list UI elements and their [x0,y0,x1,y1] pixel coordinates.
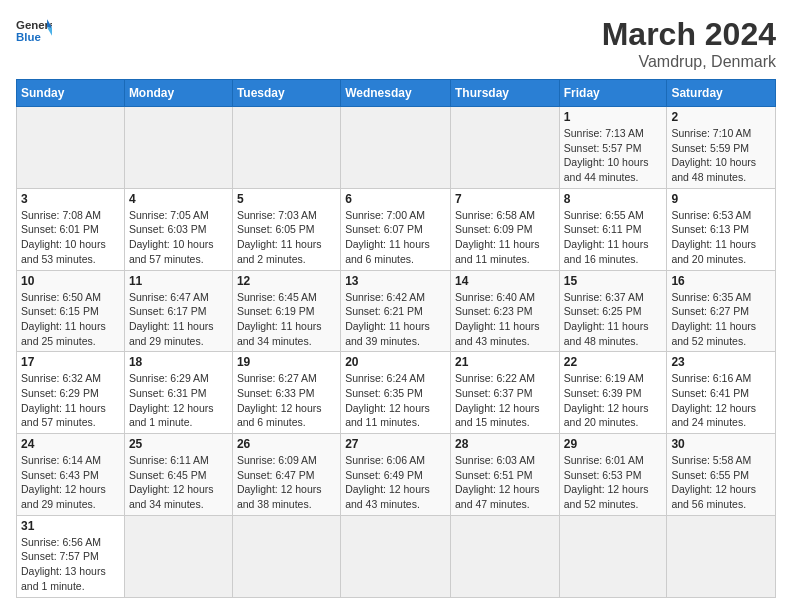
day-number: 3 [21,192,120,206]
day-info: Sunrise: 6:06 AM Sunset: 6:49 PM Dayligh… [345,453,446,512]
table-row: 12Sunrise: 6:45 AM Sunset: 6:19 PM Dayli… [232,270,340,352]
day-number: 13 [345,274,446,288]
day-number: 15 [564,274,663,288]
table-row: 22Sunrise: 6:19 AM Sunset: 6:39 PM Dayli… [559,352,667,434]
table-row: 10Sunrise: 6:50 AM Sunset: 6:15 PM Dayli… [17,270,125,352]
day-number: 7 [455,192,555,206]
table-row [559,515,667,597]
page-header: General Blue March 2024 Vamdrup, Denmark [16,16,776,71]
day-info: Sunrise: 6:22 AM Sunset: 6:37 PM Dayligh… [455,371,555,430]
col-sunday: Sunday [17,80,125,107]
table-row: 8Sunrise: 6:55 AM Sunset: 6:11 PM Daylig… [559,188,667,270]
table-row [341,515,451,597]
col-thursday: Thursday [450,80,559,107]
day-info: Sunrise: 6:01 AM Sunset: 6:53 PM Dayligh… [564,453,663,512]
table-row: 4Sunrise: 7:05 AM Sunset: 6:03 PM Daylig… [124,188,232,270]
day-number: 19 [237,355,336,369]
day-number: 8 [564,192,663,206]
table-row: 15Sunrise: 6:37 AM Sunset: 6:25 PM Dayli… [559,270,667,352]
day-info: Sunrise: 6:03 AM Sunset: 6:51 PM Dayligh… [455,453,555,512]
table-row [232,515,340,597]
table-row [17,107,125,189]
day-number: 18 [129,355,228,369]
calendar-table: Sunday Monday Tuesday Wednesday Thursday… [16,79,776,598]
day-info: Sunrise: 7:08 AM Sunset: 6:01 PM Dayligh… [21,208,120,267]
day-info: Sunrise: 6:45 AM Sunset: 6:19 PM Dayligh… [237,290,336,349]
page-subtitle: Vamdrup, Denmark [602,53,776,71]
page-title: March 2024 [602,16,776,53]
day-info: Sunrise: 6:53 AM Sunset: 6:13 PM Dayligh… [671,208,771,267]
day-number: 16 [671,274,771,288]
logo-icon: General Blue [16,16,52,44]
day-number: 28 [455,437,555,451]
table-row: 11Sunrise: 6:47 AM Sunset: 6:17 PM Dayli… [124,270,232,352]
day-number: 14 [455,274,555,288]
table-row: 18Sunrise: 6:29 AM Sunset: 6:31 PM Dayli… [124,352,232,434]
svg-text:General: General [16,19,52,31]
table-row: 30Sunrise: 5:58 AM Sunset: 6:55 PM Dayli… [667,434,776,516]
day-number: 31 [21,519,120,533]
title-area: March 2024 Vamdrup, Denmark [602,16,776,71]
day-number: 29 [564,437,663,451]
table-row [667,515,776,597]
table-row: 9Sunrise: 6:53 AM Sunset: 6:13 PM Daylig… [667,188,776,270]
table-row [341,107,451,189]
day-info: Sunrise: 6:55 AM Sunset: 6:11 PM Dayligh… [564,208,663,267]
svg-text:Blue: Blue [16,31,41,43]
day-number: 22 [564,355,663,369]
table-row: 16Sunrise: 6:35 AM Sunset: 6:27 PM Dayli… [667,270,776,352]
day-info: Sunrise: 5:58 AM Sunset: 6:55 PM Dayligh… [671,453,771,512]
day-info: Sunrise: 6:47 AM Sunset: 6:17 PM Dayligh… [129,290,228,349]
day-number: 12 [237,274,336,288]
day-info: Sunrise: 7:10 AM Sunset: 5:59 PM Dayligh… [671,126,771,185]
day-info: Sunrise: 6:29 AM Sunset: 6:31 PM Dayligh… [129,371,228,430]
day-info: Sunrise: 6:37 AM Sunset: 6:25 PM Dayligh… [564,290,663,349]
table-row: 23Sunrise: 6:16 AM Sunset: 6:41 PM Dayli… [667,352,776,434]
table-row [232,107,340,189]
day-info: Sunrise: 7:03 AM Sunset: 6:05 PM Dayligh… [237,208,336,267]
table-row: 3Sunrise: 7:08 AM Sunset: 6:01 PM Daylig… [17,188,125,270]
day-number: 25 [129,437,228,451]
table-row [124,515,232,597]
logo: General Blue [16,16,52,44]
table-row [124,107,232,189]
day-info: Sunrise: 6:50 AM Sunset: 6:15 PM Dayligh… [21,290,120,349]
day-number: 30 [671,437,771,451]
table-row: 13Sunrise: 6:42 AM Sunset: 6:21 PM Dayli… [341,270,451,352]
table-row [450,107,559,189]
table-row: 17Sunrise: 6:32 AM Sunset: 6:29 PM Dayli… [17,352,125,434]
day-number: 10 [21,274,120,288]
col-monday: Monday [124,80,232,107]
day-number: 11 [129,274,228,288]
day-number: 26 [237,437,336,451]
day-number: 4 [129,192,228,206]
day-number: 1 [564,110,663,124]
table-row: 28Sunrise: 6:03 AM Sunset: 6:51 PM Dayli… [450,434,559,516]
calendar-header-row: Sunday Monday Tuesday Wednesday Thursday… [17,80,776,107]
day-info: Sunrise: 6:56 AM Sunset: 7:57 PM Dayligh… [21,535,120,594]
day-number: 17 [21,355,120,369]
day-info: Sunrise: 6:35 AM Sunset: 6:27 PM Dayligh… [671,290,771,349]
col-tuesday: Tuesday [232,80,340,107]
table-row: 19Sunrise: 6:27 AM Sunset: 6:33 PM Dayli… [232,352,340,434]
day-number: 20 [345,355,446,369]
table-row: 24Sunrise: 6:14 AM Sunset: 6:43 PM Dayli… [17,434,125,516]
day-info: Sunrise: 6:42 AM Sunset: 6:21 PM Dayligh… [345,290,446,349]
table-row: 2Sunrise: 7:10 AM Sunset: 5:59 PM Daylig… [667,107,776,189]
table-row [450,515,559,597]
table-row: 31Sunrise: 6:56 AM Sunset: 7:57 PM Dayli… [17,515,125,597]
day-info: Sunrise: 7:13 AM Sunset: 5:57 PM Dayligh… [564,126,663,185]
day-info: Sunrise: 6:24 AM Sunset: 6:35 PM Dayligh… [345,371,446,430]
table-row: 26Sunrise: 6:09 AM Sunset: 6:47 PM Dayli… [232,434,340,516]
table-row: 6Sunrise: 7:00 AM Sunset: 6:07 PM Daylig… [341,188,451,270]
day-info: Sunrise: 6:16 AM Sunset: 6:41 PM Dayligh… [671,371,771,430]
table-row: 14Sunrise: 6:40 AM Sunset: 6:23 PM Dayli… [450,270,559,352]
day-info: Sunrise: 6:09 AM Sunset: 6:47 PM Dayligh… [237,453,336,512]
day-info: Sunrise: 7:00 AM Sunset: 6:07 PM Dayligh… [345,208,446,267]
day-number: 9 [671,192,771,206]
table-row: 7Sunrise: 6:58 AM Sunset: 6:09 PM Daylig… [450,188,559,270]
col-saturday: Saturday [667,80,776,107]
day-number: 6 [345,192,446,206]
day-number: 5 [237,192,336,206]
table-row: 29Sunrise: 6:01 AM Sunset: 6:53 PM Dayli… [559,434,667,516]
